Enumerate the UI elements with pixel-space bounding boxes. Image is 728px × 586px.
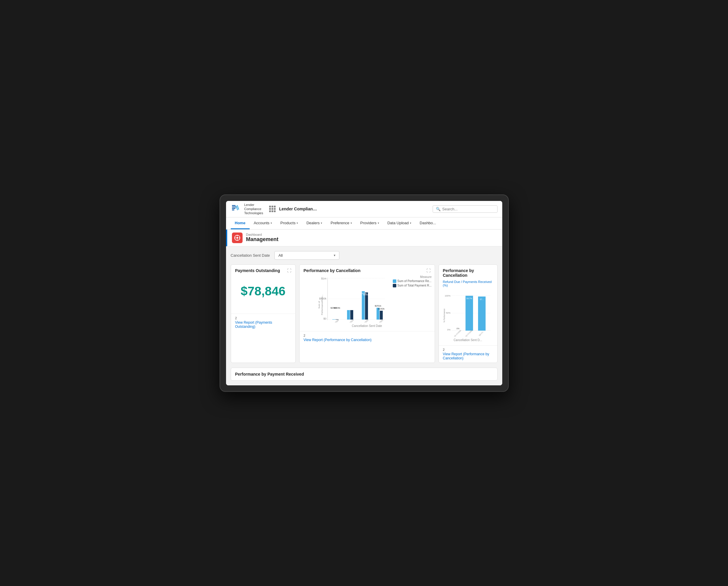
search-icon: 🔍 — [436, 207, 441, 211]
svg-text:$0: $0 — [323, 317, 326, 320]
chevron-down-icon: ▾ — [378, 221, 379, 224]
chevron-down-icon: ▾ — [410, 221, 411, 224]
legend-label-1: Sum of Performance Re... — [397, 279, 432, 283]
filter-label: Cancellation Sent Date — [231, 253, 270, 258]
card-header: Performance by Cancellation — [439, 265, 497, 280]
nav-item-providers[interactable]: Providers ▾ — [356, 217, 383, 229]
card-header: Payments Outstanding ⛶ — [231, 265, 295, 275]
big-number: $78,846 — [235, 275, 291, 310]
card-footer: 2 View Report (Payments Outstanding) — [231, 314, 295, 331]
svg-rect-3 — [232, 208, 235, 209]
filter-value: All — [278, 253, 282, 258]
expand-icon[interactable]: ⛶ — [287, 268, 291, 273]
svg-text:$251k: $251k — [375, 304, 382, 307]
card-footer: 2 View Report (Performance by Cancellati… — [300, 331, 435, 344]
view-report-link[interactable]: View Report (Payments Outstanding) — [235, 320, 291, 329]
svg-rect-4 — [232, 210, 234, 210]
svg-text:PerformanceRefu...: PerformanceRefu... — [321, 294, 323, 315]
card-performance-cancellation: Performance by Cancellation ⛶ Measure Su… — [299, 264, 435, 363]
app-header: Lender Compliance Technologies Lender Co… — [226, 201, 502, 217]
card-title: Performance by Cancellation — [443, 268, 493, 278]
svg-text:50%: 50% — [446, 311, 450, 314]
legend-item-1: Sum of Performance Re... — [393, 279, 432, 283]
svg-text:$1m: $1m — [321, 277, 327, 280]
page-title-area: Dashboard Management — [246, 233, 279, 243]
nav-item-data-upload[interactable]: Data Upload ▾ — [383, 217, 416, 229]
svg-text:100%: 100% — [444, 294, 450, 297]
svg-text:Sum of: Sum of — [318, 301, 320, 308]
page-header: Dashboard Management — [226, 230, 502, 246]
card-payments-outstanding: Payments Outstanding ⛶ $78,846 2 View Re… — [231, 264, 296, 363]
svg-rect-36 — [380, 311, 383, 320]
search-box[interactable]: 🔍 — [433, 205, 497, 213]
card-body: 100% 50% 0% % Performance 0% Q1 CY2020 — [439, 290, 497, 345]
page-icon — [232, 233, 242, 243]
nav-item-accounts[interactable]: Accounts ▾ — [250, 217, 276, 229]
svg-text:99.7%: 99.7% — [466, 297, 472, 299]
bottom-card: Performance by Payment Received — [231, 368, 497, 381]
svg-rect-49 — [465, 296, 473, 330]
app-title: Lender Complianc... — [279, 207, 317, 211]
expand-icon[interactable]: ⛶ — [426, 268, 431, 273]
cards-row: Payments Outstanding ⛶ $78,846 2 View Re… — [231, 264, 497, 363]
footer-count: 2 — [443, 348, 493, 351]
svg-text:$204k: $204k — [334, 307, 341, 309]
svg-text:0%: 0% — [457, 327, 460, 329]
filter-row: Cancellation Sent Date All ▾ — [231, 251, 497, 260]
svg-text:% Performance: % Performance — [443, 308, 445, 322]
breadcrumb: Dashboard — [246, 233, 279, 236]
chart-legend: Sum of Performance Re... Sum of Total Pa… — [393, 275, 432, 287]
nav-item-dealers[interactable]: Dealers ▾ — [302, 217, 327, 229]
nav-item-products[interactable]: Products ▾ — [276, 217, 302, 229]
card-body: $78,846 — [231, 275, 295, 314]
main-nav: Home Accounts ▾ Products ▾ Dealers ▾ Pre… — [226, 217, 502, 230]
svg-text:$591k: $591k — [363, 293, 370, 296]
footer-count: 2 — [304, 334, 431, 337]
svg-rect-26 — [350, 310, 353, 320]
card-body: Measure Sum of Performance Re... Sum of … — [300, 275, 435, 331]
page-title: Management — [246, 236, 279, 243]
screen: Lender Compliance Technologies Lender Co… — [226, 201, 502, 385]
card-footer: 2 View Report (Performance by Cancellati… — [439, 345, 497, 363]
search-input[interactable] — [442, 207, 494, 211]
logo-text: Lender Compliance Technologies — [244, 203, 263, 215]
svg-rect-52 — [478, 296, 486, 330]
x-axis-label: Cancellation Sent D... — [443, 339, 493, 342]
chevron-down-icon: ▾ — [270, 221, 272, 224]
grid-icon[interactable] — [269, 206, 276, 212]
svg-rect-1 — [232, 205, 235, 206]
content-area: Cancellation Sent Date All ▾ Payments Ou… — [226, 246, 502, 385]
card-title: Payments Outstanding — [235, 268, 280, 273]
view-report-link[interactable]: View Report (Performance by Cancellation… — [443, 352, 493, 360]
logo-icon — [231, 203, 242, 214]
nav-item-dashboard[interactable]: Dashbo... — [416, 217, 440, 229]
svg-rect-22 — [332, 319, 335, 320]
card-title: Performance by Cancellation — [304, 268, 361, 273]
x-axis-label: Cancellation Sent Date — [304, 324, 431, 327]
chevron-down-icon: ▾ — [350, 221, 352, 224]
svg-rect-25 — [347, 310, 350, 320]
svg-text:97...: 97... — [480, 298, 484, 300]
svg-text:0%: 0% — [447, 328, 450, 331]
svg-rect-31 — [365, 292, 368, 320]
nav-item-home[interactable]: Home — [231, 217, 250, 229]
chevron-down-icon: ▾ — [334, 254, 336, 257]
nav-item-preference[interactable]: Preference ▾ — [327, 217, 356, 229]
legend-label-2: Sum of Total Payment R... — [397, 284, 432, 287]
perf-subtitle: Refund Due / Payments Received (%) — [439, 280, 497, 290]
svg-text:Q3 CY...: Q3 CY... — [478, 330, 484, 336]
svg-text:$192k: $192k — [378, 308, 385, 310]
card-header: Performance by Cancellation ⛶ — [300, 265, 435, 275]
chevron-down-icon: ▾ — [296, 221, 298, 224]
card-performance-refund: Performance by Cancellation Refund Due /… — [439, 264, 497, 363]
view-report-link[interactable]: View Report (Performance by Cancellation… — [304, 338, 431, 342]
legend-color-1 — [393, 279, 396, 283]
logo-area: Lender Compliance Technologies — [231, 203, 263, 215]
legend-item-2: Sum of Total Payment R... — [393, 284, 432, 287]
chevron-down-icon: ▾ — [321, 221, 322, 224]
filter-select[interactable]: All ▾ — [275, 251, 339, 260]
device-frame: Lender Compliance Technologies Lender Co… — [219, 194, 509, 392]
legend-color-2 — [393, 284, 396, 287]
perf-bar-chart: 100% 50% 0% % Performance 0% Q1 CY2020 — [443, 290, 493, 337]
svg-point-8 — [236, 237, 238, 239]
